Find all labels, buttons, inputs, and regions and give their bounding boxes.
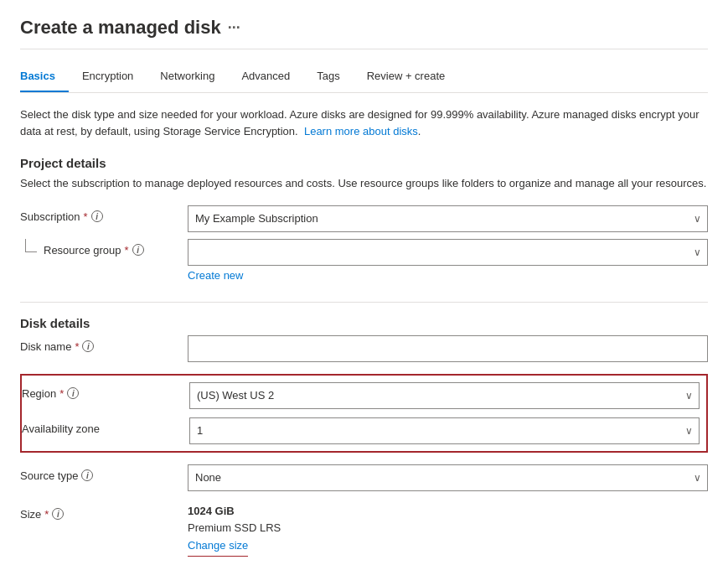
disk-name-row: Disk name * i bbox=[20, 335, 708, 362]
region-select[interactable]: (US) West US 2 (US) East US (US) East US… bbox=[189, 382, 700, 409]
region-control: (US) West US 2 (US) East US (US) East US… bbox=[189, 382, 700, 409]
page-header: Create a managed disk ··· bbox=[20, 17, 708, 49]
page-description: Select the disk type and size needed for… bbox=[20, 106, 708, 139]
more-options-icon[interactable]: ··· bbox=[228, 19, 240, 37]
disk-details-title: Disk details bbox=[20, 316, 708, 330]
tab-networking[interactable]: Networking bbox=[160, 63, 228, 92]
size-value-display: 1024 GiB Premium SSD LRS Change size bbox=[188, 503, 708, 557]
availability-zone-label: Availability zone bbox=[22, 417, 189, 435]
subscription-row: Subscription * i My Example Subscription… bbox=[20, 205, 708, 232]
disk-name-control bbox=[188, 335, 708, 362]
resource-group-info-icon[interactable]: i bbox=[132, 244, 144, 256]
tab-basics[interactable]: Basics bbox=[20, 63, 69, 92]
resource-group-label: Resource group * i bbox=[44, 239, 144, 257]
source-type-row: Source type i None Snapshot Storage blob… bbox=[20, 464, 708, 491]
subscription-select-wrapper: My Example Subscription ∨ bbox=[188, 205, 708, 232]
subscription-control: My Example Subscription ∨ bbox=[188, 205, 708, 232]
page-title: Create a managed disk bbox=[20, 17, 221, 39]
size-control: 1024 GiB Premium SSD LRS Change size bbox=[188, 503, 708, 557]
source-type-select[interactable]: None Snapshot Storage blob Image bbox=[188, 464, 708, 491]
tab-tags[interactable]: Tags bbox=[317, 63, 353, 92]
resource-group-row: Resource group * i ∨ Create new bbox=[20, 239, 708, 282]
tab-review-create[interactable]: Review + create bbox=[367, 63, 459, 92]
availability-zone-select[interactable]: 1 2 3 None bbox=[189, 417, 700, 444]
resource-group-required: * bbox=[125, 244, 129, 257]
source-type-info-icon[interactable]: i bbox=[81, 469, 93, 481]
region-availability-group: Region * i (US) West US 2 (US) East US (… bbox=[20, 374, 708, 453]
project-details-title: Project details bbox=[20, 156, 708, 170]
source-type-label: Source type i bbox=[20, 464, 188, 482]
size-row: Size * i 1024 GiB Premium SSD LRS Change… bbox=[20, 503, 708, 557]
size-info-icon[interactable]: i bbox=[52, 508, 64, 520]
availability-zone-control: 1 2 3 None ∨ bbox=[189, 417, 700, 444]
change-size-link[interactable]: Change size bbox=[188, 537, 248, 557]
size-label: Size * i bbox=[20, 503, 188, 521]
size-required: * bbox=[44, 508, 49, 521]
resource-group-control: ∨ Create new bbox=[188, 239, 708, 282]
disk-details-section: Disk details Disk name * i Region * i (U… bbox=[20, 302, 708, 557]
tab-advanced[interactable]: Advanced bbox=[241, 63, 303, 92]
disk-name-required: * bbox=[75, 340, 79, 353]
disk-name-info-icon[interactable]: i bbox=[82, 340, 94, 352]
region-info-icon[interactable]: i bbox=[67, 387, 79, 399]
resource-group-select-wrapper: ∨ bbox=[188, 239, 708, 266]
source-type-control: None Snapshot Storage blob Image ∨ bbox=[188, 464, 708, 491]
disk-name-label: Disk name * i bbox=[20, 335, 188, 353]
tab-navigation: Basics Encryption Networking Advanced Ta… bbox=[20, 63, 708, 93]
region-label: Region * i bbox=[22, 382, 189, 400]
create-new-link[interactable]: Create new bbox=[188, 269, 243, 282]
region-row: Region * i (US) West US 2 (US) East US (… bbox=[22, 382, 700, 409]
availability-zone-row: Availability zone 1 2 3 None ∨ bbox=[22, 417, 700, 444]
region-select-wrapper: (US) West US 2 (US) East US (US) East US… bbox=[189, 382, 700, 409]
size-gib: 1024 GiB bbox=[188, 503, 708, 521]
resource-group-label-area: Resource group * i bbox=[20, 239, 188, 257]
project-details-desc: Select the subscription to manage deploy… bbox=[20, 175, 708, 192]
indent-decoration bbox=[25, 239, 37, 252]
region-required: * bbox=[59, 387, 64, 400]
subscription-label: Subscription * i bbox=[20, 205, 188, 223]
disk-name-input[interactable] bbox=[188, 335, 708, 362]
learn-more-link[interactable]: Learn more about disks bbox=[304, 125, 418, 137]
project-details-section: Project details Select the subscription … bbox=[20, 156, 708, 282]
source-type-select-wrapper: None Snapshot Storage blob Image ∨ bbox=[188, 464, 708, 491]
resource-group-select[interactable] bbox=[188, 239, 708, 266]
subscription-required: * bbox=[84, 210, 88, 223]
subscription-info-icon[interactable]: i bbox=[91, 210, 103, 222]
tab-encryption[interactable]: Encryption bbox=[82, 63, 147, 92]
availability-zone-select-wrapper: 1 2 3 None ∨ bbox=[189, 417, 700, 444]
size-type: Premium SSD LRS bbox=[188, 520, 708, 537]
subscription-select[interactable]: My Example Subscription bbox=[188, 205, 708, 232]
